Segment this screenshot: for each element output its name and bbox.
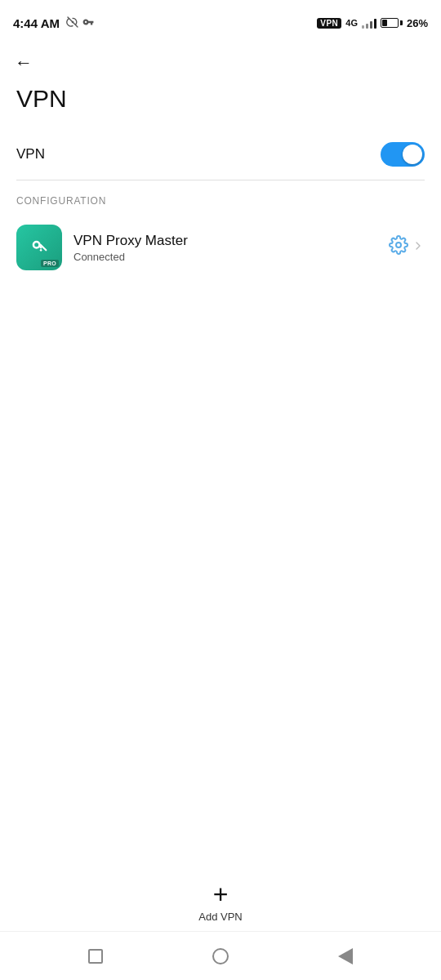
configuration-section-label: CONFIGURATION bbox=[0, 180, 441, 213]
circle-icon bbox=[212, 948, 229, 964]
back-arrow-icon: ← bbox=[15, 52, 33, 73]
add-vpn-section[interactable]: + Add VPN bbox=[0, 881, 441, 923]
square-icon bbox=[88, 949, 103, 964]
vpn-status-badge: VPN bbox=[317, 18, 341, 29]
add-vpn-label: Add VPN bbox=[198, 911, 242, 923]
vpn-item-name: VPN Proxy Master bbox=[74, 233, 377, 249]
key-icon bbox=[82, 16, 94, 30]
back-button[interactable]: ← bbox=[0, 42, 441, 78]
vpn-item-actions bbox=[389, 235, 425, 260]
vpn-toggle-switch[interactable] bbox=[381, 142, 425, 167]
status-bar: 4:44 AM VPN 4G bbox=[0, 0, 441, 42]
vpn-app-icon: PRO bbox=[16, 225, 62, 270]
vpn-toggle-row: VPN bbox=[0, 129, 441, 180]
vpn-item-status: Connected bbox=[74, 251, 377, 263]
battery-percent: 26% bbox=[407, 17, 428, 29]
gear-icon[interactable] bbox=[389, 235, 408, 260]
nav-back-button[interactable] bbox=[334, 945, 357, 968]
nav-home-button[interactable] bbox=[209, 945, 232, 968]
pro-badge: PRO bbox=[41, 260, 59, 267]
toggle-knob bbox=[403, 145, 422, 164]
nav-square-button[interactable] bbox=[84, 945, 107, 968]
status-time: 4:44 AM bbox=[13, 16, 60, 30]
vpn-config-item[interactable]: PRO VPN Proxy Master Connected bbox=[0, 213, 441, 282]
add-vpn-plus-icon: + bbox=[213, 881, 229, 907]
bottom-nav bbox=[0, 931, 441, 980]
page-title: VPN bbox=[0, 78, 441, 129]
chevron-right-icon bbox=[412, 239, 425, 256]
svg-point-0 bbox=[72, 20, 74, 23]
battery-icon bbox=[381, 18, 403, 28]
vpn-item-info: VPN Proxy Master Connected bbox=[74, 233, 377, 263]
signal-bars bbox=[362, 17, 376, 29]
vpn-toggle-label: VPN bbox=[16, 146, 45, 163]
triangle-icon bbox=[338, 948, 353, 964]
mute-icon bbox=[66, 16, 79, 31]
network-type: 4G bbox=[345, 18, 358, 28]
